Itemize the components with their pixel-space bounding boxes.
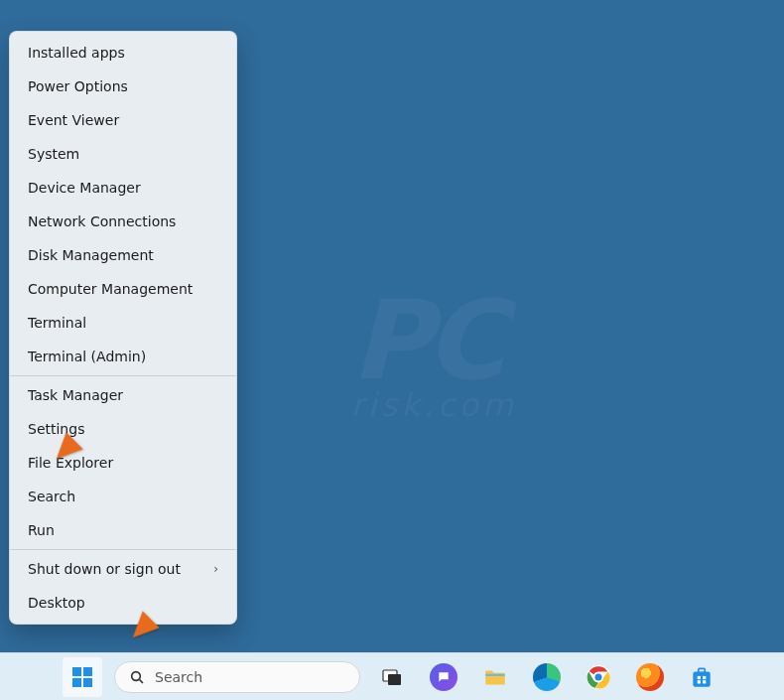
- winx-item-installed-apps[interactable]: Installed apps: [10, 36, 236, 70]
- menu-item-label: Disk Management: [28, 247, 154, 263]
- winx-item-shut-down-or-sign-out[interactable]: Shut down or sign out›: [10, 552, 236, 586]
- chrome-icon: [586, 664, 611, 690]
- edge-icon: [533, 663, 561, 691]
- search-icon: [129, 669, 145, 685]
- menu-item-label: Installed apps: [28, 45, 125, 61]
- menu-item-label: Task Manager: [28, 387, 123, 403]
- chrome-button[interactable]: [579, 657, 618, 697]
- winx-item-network-connections[interactable]: Network Connections: [10, 205, 236, 238]
- menu-item-label: Settings: [28, 421, 84, 437]
- chat-icon: [430, 663, 457, 691]
- menu-item-label: Run: [28, 522, 55, 538]
- menu-separator: [10, 549, 236, 550]
- winx-item-settings[interactable]: Settings: [10, 412, 236, 446]
- svg-rect-3: [83, 678, 92, 687]
- svg-point-4: [132, 671, 141, 680]
- winx-context-menu[interactable]: Installed appsPower OptionsEvent ViewerS…: [9, 31, 237, 625]
- winx-item-device-manager[interactable]: Device Manager: [10, 171, 236, 205]
- store-icon: [689, 664, 715, 690]
- winx-item-run[interactable]: Run: [10, 513, 236, 547]
- svg-rect-15: [703, 675, 706, 678]
- menu-item-label: Search: [28, 489, 75, 504]
- chevron-right-icon: ›: [213, 562, 218, 576]
- winx-item-terminal[interactable]: Terminal: [10, 306, 236, 340]
- svg-rect-16: [698, 680, 701, 683]
- menu-item-label: Desktop: [28, 595, 85, 611]
- taskview-button[interactable]: [372, 657, 412, 697]
- store-button[interactable]: [682, 657, 721, 697]
- winx-item-power-options[interactable]: Power Options: [10, 70, 236, 103]
- svg-rect-12: [693, 671, 710, 686]
- taskview-icon: [380, 665, 404, 689]
- svg-rect-2: [72, 678, 81, 687]
- start-button[interactable]: [63, 657, 102, 697]
- winx-item-disk-management[interactable]: Disk Management: [10, 238, 236, 272]
- svg-rect-14: [698, 675, 701, 678]
- menu-item-label: Shut down or sign out: [28, 561, 181, 577]
- file-explorer-icon: [482, 664, 508, 690]
- winx-item-terminal-admin[interactable]: Terminal (Admin): [10, 340, 236, 373]
- watermark-main: PC: [351, 277, 499, 404]
- taskbar: Search: [0, 652, 784, 700]
- file-explorer-button[interactable]: [475, 657, 515, 697]
- svg-rect-7: [388, 674, 401, 685]
- winx-item-file-explorer[interactable]: File Explorer: [10, 446, 236, 480]
- menu-item-label: Event Viewer: [28, 112, 119, 128]
- menu-item-label: Power Options: [28, 78, 128, 94]
- winx-item-desktop[interactable]: Desktop: [10, 586, 236, 620]
- taskbar-search[interactable]: Search: [114, 661, 360, 693]
- svg-rect-0: [72, 667, 81, 676]
- firefox-button[interactable]: [630, 657, 670, 697]
- watermark: PC risk.com: [351, 277, 528, 424]
- svg-line-5: [140, 679, 143, 682]
- menu-item-label: Terminal: [28, 315, 86, 331]
- edge-button[interactable]: [527, 657, 567, 697]
- winx-item-system[interactable]: System: [10, 137, 236, 171]
- firefox-icon: [636, 663, 664, 691]
- menu-item-label: Computer Management: [28, 281, 193, 297]
- start-icon: [70, 665, 94, 689]
- watermark-sub: risk.com: [351, 386, 518, 424]
- svg-rect-8: [485, 673, 505, 675]
- search-placeholder: Search: [155, 669, 345, 685]
- menu-item-label: Network Connections: [28, 213, 176, 229]
- menu-item-label: Device Manager: [28, 180, 141, 196]
- svg-rect-13: [699, 668, 706, 672]
- winx-item-search[interactable]: Search: [10, 480, 236, 513]
- svg-rect-1: [83, 667, 92, 676]
- menu-item-label: Terminal (Admin): [28, 349, 146, 364]
- winx-item-task-manager[interactable]: Task Manager: [10, 378, 236, 412]
- menu-separator: [10, 375, 236, 376]
- winx-item-event-viewer[interactable]: Event Viewer: [10, 103, 236, 137]
- chat-button[interactable]: [424, 657, 463, 697]
- menu-item-label: System: [28, 146, 79, 162]
- svg-rect-17: [703, 680, 706, 683]
- winx-item-computer-management[interactable]: Computer Management: [10, 272, 236, 306]
